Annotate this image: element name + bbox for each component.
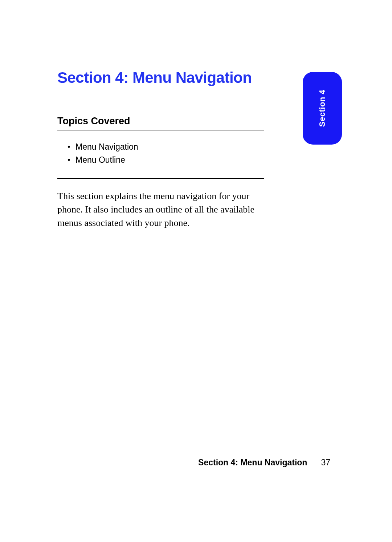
divider [57,178,264,179]
section-body-text: This section explains the menu navigatio… [57,190,264,230]
footer-section-title: Section 4: Menu Navigation [198,458,307,468]
section-tab: Section 4 [303,72,342,145]
footer-page-number: 37 [321,458,330,468]
list-item: Menu Outline [68,154,264,167]
topics-covered-heading: Topics Covered [57,116,264,130]
topics-list: Menu Navigation Menu Outline [57,141,264,166]
section-title: Section 4: Menu Navigation [57,69,264,86]
page-footer: Section 4: Menu Navigation 37 [198,458,330,468]
list-item: Menu Navigation [68,141,264,154]
page-content: Section 4: Menu Navigation Topics Covere… [57,69,264,230]
section-tab-label: Section 4 [318,90,327,127]
